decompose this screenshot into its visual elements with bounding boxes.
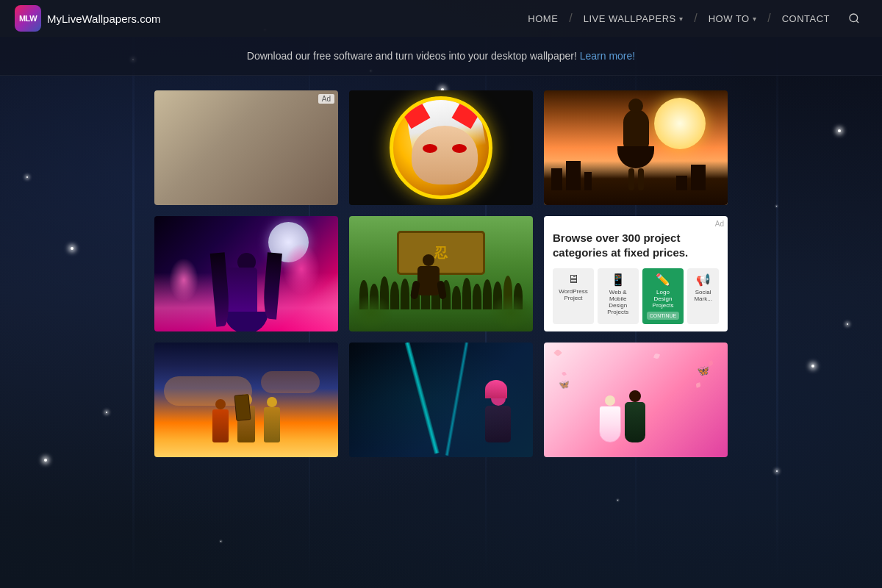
search-button[interactable]	[841, 12, 867, 24]
grid-item-4[interactable]	[154, 216, 338, 331]
petal-4	[562, 371, 567, 376]
banner-text: Download our free software and turn vide…	[247, 50, 577, 62]
grid-item-3[interactable]	[544, 90, 728, 205]
promo-banner: Download our free software and turn vide…	[0, 37, 882, 76]
petal-1	[553, 348, 562, 356]
moon-element	[654, 98, 706, 149]
anime-girl-silhouette	[617, 95, 654, 183]
svg-line-1	[856, 21, 858, 23]
nav-item-live-wallpapers: LIVE WALLPAPERS ▾	[573, 13, 695, 24]
banner-learn-more-link[interactable]: Learn more!	[580, 50, 635, 62]
weapon-box	[234, 394, 251, 421]
grid-item-5[interactable]: 忍	[349, 216, 533, 331]
petal-5	[695, 382, 700, 387]
ad-badge-6: Ad	[715, 220, 724, 228]
nav-link-home[interactable]: HOME	[517, 13, 569, 24]
upwork-title: Browse over 300 project categories at fi…	[553, 231, 719, 259]
nav-item-home: HOME	[517, 13, 569, 24]
grid-item-7[interactable]	[154, 343, 338, 457]
cloud-2	[261, 371, 320, 393]
brand-logo: MLW	[15, 5, 41, 32]
upwork-categories: 🖥 WordPress Project 📱 Web & Mobile Desig…	[553, 268, 719, 324]
office-ad-canvas	[154, 90, 338, 205]
brand-logo-text: MLW	[19, 14, 37, 23]
search-icon	[848, 12, 860, 24]
nav-link-live-wallpapers[interactable]: LIVE WALLPAPERS ▾	[573, 13, 695, 24]
nav-link-contact[interactable]: CONTACT	[771, 13, 841, 24]
grid-item-6[interactable]: Ad Browse over 300 project categories at…	[544, 216, 728, 331]
brand-link[interactable]: MLW MyLiveWallpapers.com	[15, 5, 161, 32]
butterfly-1: 🦋	[697, 365, 709, 376]
anime-char-circle	[390, 96, 492, 199]
nav-item-search	[841, 12, 867, 24]
nav-item-contact: CONTACT	[771, 13, 841, 24]
main-nav: HOME / LIVE WALLPAPERS ▾ / HOW TO ▾ / CO…	[517, 12, 867, 25]
navbar: MLW MyLiveWallpapers.com HOME / LIVE WAL…	[0, 0, 882, 37]
live-wallpapers-dropdown-arrow: ▾	[679, 15, 684, 23]
petal-3	[653, 353, 660, 359]
grid-item-2[interactable]	[349, 90, 533, 205]
flame-1	[169, 258, 198, 302]
grid-item-8[interactable]	[349, 343, 533, 457]
how-to-dropdown-arrow: ▾	[753, 15, 757, 23]
couple	[599, 390, 645, 442]
svg-point-0	[850, 14, 858, 22]
upwork-cat-wp: 🖥 WordPress Project	[553, 268, 594, 324]
wallpaper-grid: Ad	[154, 90, 728, 457]
nav-link-how-to[interactable]: HOW TO ▾	[698, 13, 767, 24]
upwork-cat-logo: ✏️ Logo Design Projects CONTINUE	[642, 268, 684, 324]
upwork-cat-social: 📢 Social Mark...	[687, 268, 719, 324]
flame-2	[283, 243, 320, 295]
plant-left	[349, 295, 393, 331]
ninja-char	[414, 254, 443, 306]
grid-item-9[interactable]: 🦋 🦋	[544, 343, 728, 457]
ad-badge-1: Ad	[318, 94, 334, 104]
dark-girl-figure	[224, 253, 268, 331]
brand-name: MyLiveWallpapers.com	[47, 12, 161, 25]
teal-overlay	[349, 343, 533, 457]
upwork-cat-web: 📱 Web & Mobile Design Projects	[598, 268, 639, 324]
grid-item-1[interactable]: Ad	[154, 90, 338, 205]
butterfly-2: 🦋	[559, 379, 570, 390]
plant-right	[489, 295, 533, 331]
nav-item-how-to: HOW TO ▾	[698, 13, 767, 24]
main-content: Ad	[0, 76, 882, 472]
